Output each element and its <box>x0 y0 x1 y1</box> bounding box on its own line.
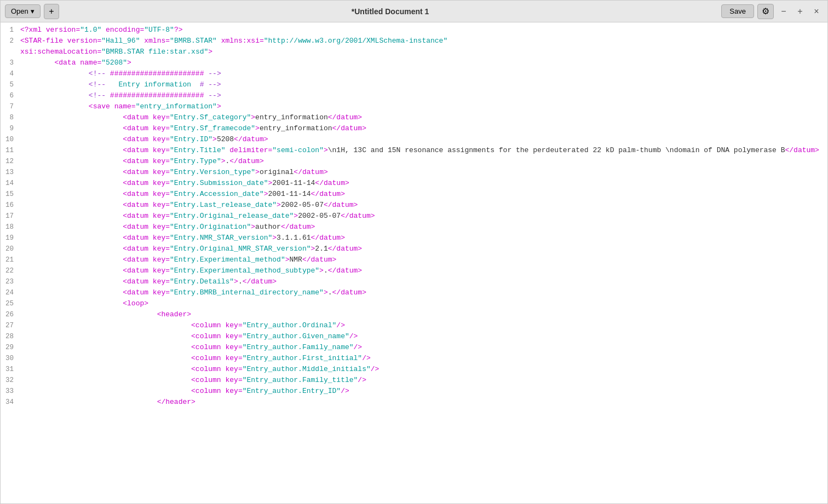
code-line: 25 <loop> <box>1 298 827 309</box>
line-number: 8 <box>1 112 20 123</box>
code-line: 30 <column key="Entry_author.First_initi… <box>1 353 827 364</box>
code-line: 7 <save name="entry_information"> <box>1 101 827 112</box>
code-line: 21 <datum key="Entry.Experimental_method… <box>1 254 827 265</box>
settings-button[interactable]: ⚙ <box>757 4 774 19</box>
line-number: 18 <box>1 222 20 233</box>
code-line: 13 <datum key="Entry.Version_type">origi… <box>1 167 827 178</box>
code-line: 24 <datum key="Entry.BMRB_internal_direc… <box>1 287 827 298</box>
code-line: 29 <column key="Entry_author.Family_name… <box>1 342 827 353</box>
code-line: 33 <column key="Entry_author.Entry_ID"/> <box>1 386 827 397</box>
code-line: 2 <STAR-file version="Hall_96" xmlns="BM… <box>1 36 827 47</box>
open-button[interactable]: Open ▾ <box>5 4 41 18</box>
line-number: 12 <box>1 156 20 167</box>
line-number: 27 <box>1 320 20 331</box>
new-tab-button[interactable]: + <box>44 4 59 19</box>
line-number: 19 <box>1 233 20 244</box>
line-number: 17 <box>1 211 20 222</box>
code-line: 27 <column key="Entry_author.Ordinal"/> <box>1 320 827 331</box>
code-line: 1 <?xml version="1.0" encoding="UTF-8"?> <box>1 25 827 36</box>
minimize-icon: − <box>781 7 786 16</box>
line-number: 11 <box>1 145 20 156</box>
maximize-icon: + <box>797 7 802 16</box>
line-number: 30 <box>1 353 20 364</box>
code-line: 11 <datum key="Entry.Title" delimiter="s… <box>1 145 827 156</box>
code-line: 32 <column key="Entry_author.Family_titl… <box>1 375 827 386</box>
code-line: 6 <!-- ###################### --> <box>1 90 827 101</box>
line-number: 20 <box>1 244 20 254</box>
code-line: 3 <data name="5208"> <box>1 57 827 68</box>
code-line: 8 <datum key="Entry.Sf_category">entry_i… <box>1 112 827 123</box>
line-number: 13 <box>1 167 20 178</box>
line-number: 28 <box>1 331 20 342</box>
code-line: 12 <datum key="Entry.Type">.</datum> <box>1 156 827 167</box>
line-number: 31 <box>1 364 20 375</box>
line-number: 14 <box>1 178 20 189</box>
minimize-button[interactable]: − <box>777 5 790 18</box>
maximize-button[interactable]: + <box>794 5 807 18</box>
line-number: 4 <box>1 68 20 79</box>
code-line: 10 <datum key="Entry.ID">5208</datum> <box>1 134 827 145</box>
line-number: 1 <box>1 25 20 36</box>
code-line: 17 <datum key="Entry.Original_release_da… <box>1 211 827 222</box>
code-line: 19 <datum key="Entry.NMR_STAR_version">3… <box>1 233 827 244</box>
line-number: 6 <box>1 90 20 101</box>
line-number: 24 <box>1 287 20 298</box>
line-number: 25 <box>1 298 20 309</box>
line-number: 15 <box>1 189 20 200</box>
close-button[interactable]: × <box>810 5 823 18</box>
line-number: 29 <box>1 342 20 353</box>
line-number: 22 <box>1 265 20 276</box>
line-number: 10 <box>1 134 20 145</box>
code-line: 23 <datum key="Entry.Details">.</datum> <box>1 276 827 287</box>
code-line: 5 <!-- Entry information # --> <box>1 79 827 90</box>
close-icon: × <box>814 7 819 16</box>
code-line: 14 <datum key="Entry.Submission_date">20… <box>1 178 827 189</box>
code-line: 26 <header> <box>1 309 827 320</box>
code-line: 16 <datum key="Entry.Last_release_date">… <box>1 200 827 211</box>
line-number: 2 <box>1 36 20 47</box>
code-line: 31 <column key="Entry_author.Middle_init… <box>1 364 827 375</box>
line-number: 23 <box>1 276 20 287</box>
line-number: 21 <box>1 254 20 265</box>
code-line: 4 <!-- ###################### --> <box>1 68 827 79</box>
code-line: 18 <datum key="Entry.Origination">author… <box>1 222 827 233</box>
code-line: 22 <datum key="Entry.Experimental_method… <box>1 265 827 276</box>
code-line: 34 </header> <box>1 397 827 408</box>
code-line: 28 <column key="Entry_author.Given_name"… <box>1 331 827 342</box>
main-window: Open ▾ + *Untitled Document 1 Save ⚙ − +… <box>0 0 828 504</box>
line-number: 5 <box>1 79 20 90</box>
gear-icon: ⚙ <box>762 6 769 16</box>
line-number: 26 <box>1 309 20 320</box>
open-label: Open <box>11 7 28 15</box>
line-number: 3 <box>1 57 20 68</box>
document-title: *Untitled Document 1 <box>62 7 718 16</box>
line-number: 16 <box>1 200 20 211</box>
code-line: 15 <datum key="Entry.Accession_date">200… <box>1 189 827 200</box>
code-line: 20 <datum key="Entry.Original_NMR_STAR_v… <box>1 244 827 254</box>
save-button[interactable]: Save <box>721 4 754 18</box>
line-number: 34 <box>1 397 20 408</box>
line-number: 33 <box>1 386 20 397</box>
code-line: 9 <datum key="Entry.Sf_framecode">entry_… <box>1 123 827 134</box>
line-number: 9 <box>1 123 20 134</box>
code-line: xsi:schemaLocation="BMRB.STAR file:star.… <box>1 47 827 57</box>
line-number: 32 <box>1 375 20 386</box>
titlebar: Open ▾ + *Untitled Document 1 Save ⚙ − +… <box>1 1 827 22</box>
open-dropdown-icon: ▾ <box>31 7 34 15</box>
editor-area[interactable]: 1 <?xml version="1.0" encoding="UTF-8"?>… <box>1 22 827 503</box>
line-number: 7 <box>1 101 20 112</box>
